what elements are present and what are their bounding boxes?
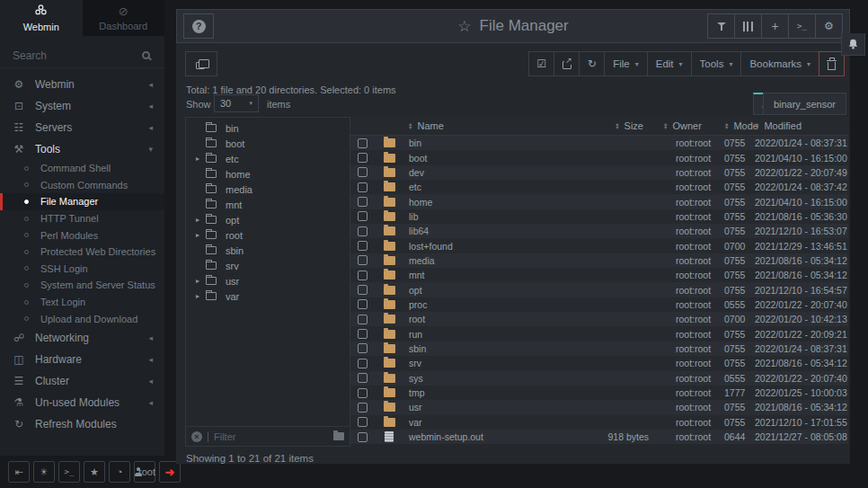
table-row-home[interactable]: homeroot:root07552021/04/10 - 16:15:00 (350, 194, 848, 209)
sidebar-category-cluster[interactable]: ☰Cluster◂ (0, 370, 164, 392)
row-checkbox[interactable] (358, 285, 368, 295)
cell-name[interactable]: proc (404, 299, 571, 310)
sidebar-item-protected-web-directories[interactable]: Protected Web Directories (0, 244, 164, 261)
filter-button[interactable] (707, 13, 735, 39)
tree-item-mnt[interactable]: mnt (186, 197, 350, 212)
tree-filter-bar[interactable]: × Filter (186, 426, 350, 446)
cell-name[interactable]: var (404, 417, 571, 428)
table-row-tmp[interactable]: tmproot:root17772022/01/25 - 10:00:03 (350, 386, 848, 400)
table-row-etc[interactable]: etcroot:root07552022/01/24 - 08:37:42 (350, 180, 848, 194)
sidebar-item-ssh-login[interactable]: SSH Login (0, 261, 164, 278)
table-row-run[interactable]: runroot:root07552022/01/22 - 20:09:21 (350, 326, 848, 341)
tree-item-boot[interactable]: boot (186, 136, 350, 151)
row-checkbox[interactable] (358, 226, 368, 236)
sidebar-item-perl-modules[interactable]: Perl Modules (0, 226, 164, 244)
table-row-opt[interactable]: optroot:root07552021/12/10 - 16:54:57 (350, 282, 848, 297)
stats-pie-button[interactable]: ◔ (109, 461, 130, 483)
sidebar-item-system-and-server-status[interactable]: System and Server Status (0, 277, 164, 294)
sidebar-search[interactable]: Search (0, 43, 164, 68)
tree-item-etc[interactable]: ▸etc (186, 151, 350, 166)
row-checkbox[interactable] (358, 315, 368, 324)
menu-file[interactable]: File▾ (604, 51, 648, 76)
tab-dashboard[interactable]: ⊘ Dashboard (83, 0, 165, 36)
chevron-right-icon[interactable]: ▸ (192, 216, 203, 224)
table-row-sbin[interactable]: sbinroot:root07552022/01/24 - 08:37:31 (350, 342, 848, 356)
tree-item-bin[interactable]: bin (186, 120, 350, 136)
table-row-usr[interactable]: usrroot:root07552021/08/16 - 05:34:12 (350, 400, 848, 414)
column-header-modified[interactable]: ▲▼Modified (755, 120, 848, 131)
refresh-button[interactable]: ↻ (579, 51, 605, 76)
cell-name[interactable]: lib (404, 211, 571, 222)
breadcrumb-current-button[interactable]: binary_sensor (763, 93, 846, 115)
row-checkbox[interactable] (358, 432, 368, 442)
tree-item-srv[interactable]: srv (186, 258, 350, 273)
logout-button[interactable]: ➜ (159, 461, 181, 483)
sort-icon[interactable]: ▲▼ (755, 122, 759, 130)
table-row-dev[interactable]: devroot:root07552022/01/22 - 20:07:49 (350, 165, 848, 180)
tree-item-sbin[interactable]: sbin (186, 243, 350, 258)
folder-icon[interactable] (333, 432, 344, 440)
cell-name[interactable]: root (404, 314, 571, 324)
cell-name[interactable]: media (404, 255, 571, 266)
row-checkbox[interactable] (358, 138, 368, 148)
user-button[interactable]: root (134, 461, 155, 483)
cell-name[interactable]: bin (404, 138, 571, 148)
row-checkbox[interactable] (358, 359, 368, 368)
chevron-right-icon[interactable]: ▸ (192, 277, 203, 285)
cell-name[interactable]: usr (404, 402, 571, 413)
row-checkbox[interactable] (358, 299, 368, 309)
table-row-bin[interactable]: binroot:root07552022/01/24 - 08:37:31 (350, 136, 848, 150)
cell-name[interactable]: run (404, 329, 571, 340)
row-checkbox[interactable] (358, 373, 368, 383)
sidebar-item-http-tunnel[interactable]: HTTP Tunnel (0, 210, 164, 227)
chevron-right-icon[interactable]: ▸ (192, 231, 203, 239)
menu-bookmarks[interactable]: Bookmarks▾ (740, 51, 819, 76)
chevron-right-icon[interactable]: ▸ (192, 155, 203, 163)
table-row-srv[interactable]: srvroot:root07552021/08/16 - 05:34:12 (350, 356, 848, 370)
row-checkbox[interactable] (358, 197, 368, 207)
notifications-bell-button[interactable] (841, 33, 865, 56)
cell-name[interactable]: lost+found (404, 241, 571, 252)
copy-path-button[interactable] (185, 51, 217, 76)
favorite-star-icon[interactable]: ☆ (457, 17, 471, 36)
help-button[interactable]: ? (183, 13, 214, 39)
sidebar-category-networking[interactable]: ☍Networking◂ (0, 327, 164, 349)
sort-icon[interactable]: ▲▼ (615, 122, 619, 130)
cell-name[interactable]: mnt (404, 270, 571, 280)
row-checkbox[interactable] (358, 241, 368, 251)
row-checkbox[interactable] (358, 211, 368, 221)
theme-brightness-button[interactable]: ☀ (33, 461, 55, 483)
row-checkbox[interactable] (358, 167, 368, 177)
row-checkbox[interactable] (358, 153, 368, 163)
sidebar-category-system[interactable]: ⊡System◂ (0, 95, 164, 117)
row-checkbox[interactable] (358, 182, 368, 192)
table-row-lib64[interactable]: lib64root:root07552021/12/10 - 16:53:07 (350, 224, 848, 238)
clear-filter-icon[interactable]: × (191, 431, 202, 442)
tree-item-usr[interactable]: ▸usr (186, 273, 350, 288)
tree-item-media[interactable]: media (186, 182, 350, 197)
sidebar-category-tools[interactable]: ⚒Tools▾ (0, 138, 164, 160)
column-header-size[interactable]: ▲▼Size (571, 120, 656, 131)
sort-icon[interactable]: ▲▼ (408, 122, 412, 130)
collapse-sidebar-button[interactable]: ⇤ (8, 461, 30, 483)
row-checkbox[interactable] (358, 417, 368, 427)
table-row-root[interactable]: rootroot:root07002022/01/20 - 10:42:13 (350, 312, 848, 326)
table-row-var[interactable]: varroot:root07552021/12/10 - 17:01:55 (350, 415, 848, 430)
sort-icon[interactable]: ▲▼ (663, 122, 668, 130)
cell-name[interactable]: srv (404, 358, 571, 368)
columns-button[interactable] (734, 13, 762, 39)
table-row-boot[interactable]: bootroot:root07552021/04/10 - 16:15:00 (350, 150, 848, 164)
sidebar-item-file-manager[interactable]: File Manager (0, 193, 164, 210)
cell-name[interactable]: lib64 (404, 226, 571, 236)
cell-name[interactable]: webmin-setup.out (404, 431, 571, 442)
sidebar-category-refresh-modules[interactable]: ↻Refresh Modules (0, 413, 164, 435)
column-header-name[interactable]: ▲▼Name (404, 120, 571, 131)
table-row-mnt[interactable]: mntroot:root07552021/08/16 - 05:34:12 (350, 268, 848, 282)
export-button[interactable] (554, 51, 580, 76)
cell-name[interactable]: opt (404, 285, 571, 296)
table-row-webmin-setup-out[interactable]: webmin-setup.out918 bytesroot:root064420… (350, 430, 848, 444)
menu-tools[interactable]: Tools▾ (691, 51, 742, 76)
column-header-mode[interactable]: ▲▼Mode (715, 120, 755, 131)
table-row-media[interactable]: mediaroot:root07552021/08/16 - 05:34:12 (350, 253, 848, 268)
table-row-lost-found[interactable]: lost+foundroot:root07002021/12/29 - 13:4… (350, 238, 848, 253)
